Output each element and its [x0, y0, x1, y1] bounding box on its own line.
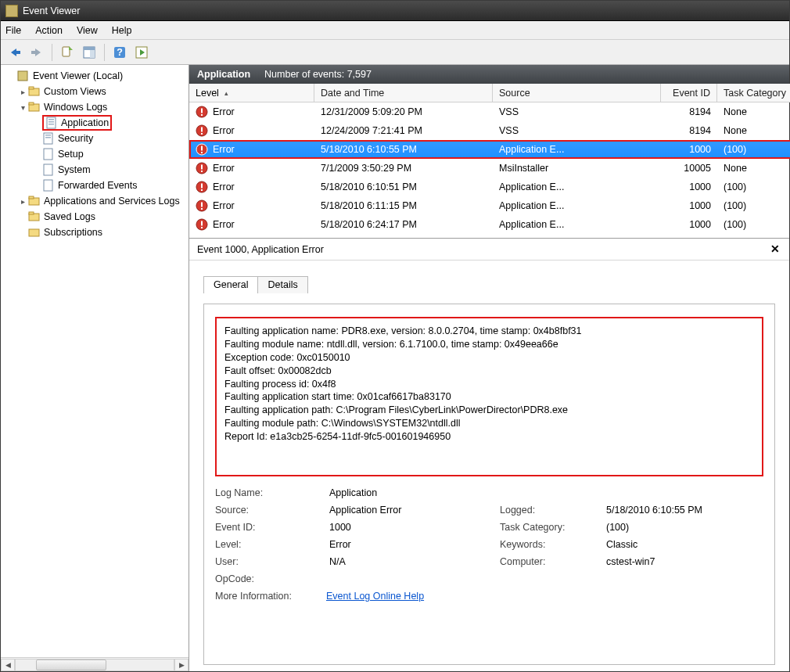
run-button[interactable]	[132, 43, 151, 62]
log-icon	[45, 117, 58, 129]
cell-level: Error	[189, 181, 314, 193]
logged-value: 5/18/2010 6:10:55 PM	[606, 505, 763, 516]
message-line: Fault offset: 0x00082dcb	[224, 365, 754, 378]
taskcat-value: (100)	[606, 522, 763, 533]
tree-windows-logs[interactable]: ▾ Windows Logs	[3, 99, 186, 115]
message-line: Faulting process id: 0x4f8	[224, 378, 754, 391]
show-pane-button[interactable]	[80, 43, 99, 62]
menu-view[interactable]: View	[77, 25, 98, 36]
tree-root-label: Event Viewer (Local)	[33, 70, 123, 81]
menu-file[interactable]: File	[5, 25, 21, 36]
table-row[interactable]: Error5/18/2010 6:24:17 PMApplication E..…	[189, 215, 790, 234]
twisty-icon[interactable]: ▸	[17, 88, 28, 96]
table-row[interactable]: Error5/18/2010 6:10:55 PMApplication E..…	[189, 140, 790, 159]
table-row[interactable]: Error5/18/2010 6:10:51 PMApplication E..…	[189, 178, 790, 196]
tree-forwarded[interactable]: Forwarded Events	[3, 178, 186, 193]
event-list[interactable]: Level ▴ Date and Time Source Event ID Ta…	[189, 84, 790, 238]
svg-rect-28	[29, 229, 39, 236]
col-level[interactable]: Level ▴	[189, 84, 314, 102]
cell-eventid: 8194	[661, 125, 717, 136]
tree-application[interactable]: Application	[3, 115, 186, 131]
tree-apps-services[interactable]: ▸ Applications and Services Logs	[3, 193, 186, 209]
svg-rect-34	[201, 133, 203, 135]
tree-saved-logs[interactable]: Saved Logs	[3, 209, 186, 225]
cell-source: VSS	[493, 106, 661, 117]
message-line: Faulting module path: C:\Windows\SYSTEM3…	[224, 417, 754, 430]
scroll-thumb[interactable]	[36, 659, 106, 670]
svg-rect-5	[90, 50, 95, 58]
message-line: Report Id: e1a3cb25-6254-11df-9fc5-00160…	[224, 430, 754, 444]
main-pane: Application Number of events: 7,597 Leve…	[189, 65, 789, 671]
col-eventid[interactable]: Event ID	[661, 84, 717, 102]
col-level-label: Level	[196, 88, 219, 99]
twisty-icon[interactable]: ▾	[17, 103, 28, 112]
sort-asc-icon: ▴	[224, 89, 228, 97]
twisty-icon[interactable]: ▸	[17, 197, 28, 206]
svg-rect-1	[31, 51, 37, 54]
column-headers[interactable]: Level ▴ Date and Time Source Event ID Ta…	[189, 84, 790, 102]
svg-rect-17	[48, 124, 54, 125]
forward-button[interactable]	[27, 43, 46, 62]
scroll-track[interactable]	[15, 659, 174, 671]
level-text: Error	[213, 200, 235, 211]
cell-source: Application E...	[493, 144, 661, 155]
menu-action[interactable]: Action	[35, 25, 63, 36]
cell-level: Error	[189, 106, 314, 118]
navigation-tree[interactable]: Event Viewer (Local) ▸ Custom Views ▾ Wi…	[1, 65, 189, 657]
log-icon	[42, 148, 55, 160]
svg-rect-40	[201, 171, 203, 172]
tree-saved-logs-label: Saved Logs	[44, 211, 95, 222]
tree-system[interactable]: System	[3, 162, 186, 178]
eventid-label: Event ID:	[215, 522, 323, 533]
svg-rect-16	[48, 121, 54, 123]
svg-rect-15	[48, 119, 54, 120]
folder-icon	[28, 195, 41, 207]
svg-rect-21	[44, 149, 52, 160]
computer-label: Computer:	[500, 556, 600, 567]
close-detail-button[interactable]: ✕	[770, 244, 781, 255]
title-bar[interactable]: Event Viewer	[1, 1, 789, 21]
scroll-right-button[interactable]: ▶	[174, 659, 189, 671]
svg-rect-45	[201, 203, 203, 207]
tree-security-label: Security	[58, 133, 93, 144]
col-source[interactable]: Source	[493, 84, 661, 102]
toolbar-separator-2	[104, 44, 105, 61]
cell-taskcat: (100)	[717, 219, 790, 230]
detail-pane: Event 1000, Application Error ✕ General …	[189, 239, 789, 671]
back-button[interactable]	[5, 43, 24, 62]
subscriptions-icon	[28, 226, 41, 239]
tree-subscriptions[interactable]: Subscriptions	[3, 225, 186, 240]
menu-bar: File Action View Help	[1, 21, 789, 40]
tab-general[interactable]: General	[203, 276, 258, 293]
table-row[interactable]: Error5/18/2010 6:11:15 PMApplication E..…	[189, 196, 790, 215]
user-label: User:	[215, 556, 323, 567]
panel-header: Application Number of events: 7,597	[189, 65, 789, 84]
table-row[interactable]: Error7/1/2009 3:50:29 PMMsiInstaller1000…	[189, 159, 790, 178]
cell-eventid: 1000	[661, 200, 717, 211]
moreinfo-link[interactable]: Event Log Online Help	[326, 591, 424, 602]
table-row[interactable]: Error12/31/2009 5:09:20 PMVSS8194None	[189, 102, 790, 121]
tree-setup-label: Setup	[58, 149, 84, 160]
tab-details[interactable]: Details	[257, 276, 307, 293]
event-viewer-window: Event Viewer File Action View Help ?	[0, 0, 790, 672]
properties-button[interactable]	[58, 43, 77, 62]
scroll-left-button[interactable]: ◀	[1, 659, 15, 671]
tree-root[interactable]: Event Viewer (Local)	[3, 68, 186, 84]
svg-rect-25	[29, 196, 34, 199]
table-row[interactable]: Error12/24/2009 7:21:41 PMVSS8194None	[189, 121, 790, 140]
opcode-label: OpCode:	[215, 573, 323, 584]
message-line: Exception code: 0xc0150010	[224, 351, 754, 365]
detail-body: General Details Faulting application nam…	[189, 261, 789, 671]
cell-source: Application E...	[493, 181, 661, 192]
menu-help[interactable]: Help	[112, 25, 132, 36]
level-text: Error	[213, 219, 235, 230]
col-datetime[interactable]: Date and Time	[314, 84, 493, 102]
svg-rect-9	[18, 71, 27, 81]
tree-h-scrollbar[interactable]: ◀ ▶	[1, 657, 189, 671]
tree-custom-views[interactable]: ▸ Custom Views	[3, 84, 186, 99]
tree-security[interactable]: Security	[3, 131, 186, 146]
cell-level: Error	[189, 143, 314, 156]
help-button[interactable]: ?	[110, 43, 129, 62]
tree-setup[interactable]: Setup	[3, 146, 186, 162]
col-taskcat[interactable]: Task Category	[717, 84, 790, 102]
